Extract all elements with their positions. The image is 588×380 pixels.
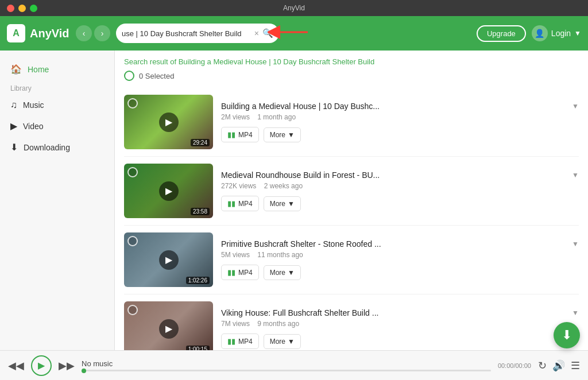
video-info-1: Medieval Roundhouse Build in Forest - BU… — [221, 170, 579, 211]
thumbnail-1[interactable]: ▶ 23:58 — [124, 164, 213, 218]
more-button-2[interactable]: More ▼ — [264, 265, 301, 280]
video-info-0: Building a Medieval House | 10 Day Bushc… — [221, 102, 579, 142]
volume-button[interactable]: 🔊 — [552, 359, 565, 372]
download-icon: ⬇ — [10, 142, 18, 153]
thumbnail-0[interactable]: ▶ 29:24 — [124, 95, 213, 149]
video-icon: ▶ — [10, 121, 17, 131]
video-meta-2: 5M views 11 months ago — [221, 251, 579, 259]
more-chevron-1: ▼ — [288, 200, 295, 208]
main-layout: 🏠 Home Library ♫ Music ▶ Video ⬇ Downloa… — [0, 51, 588, 350]
play-overlay-2[interactable]: ▶ — [159, 250, 179, 270]
more-button-3[interactable]: More ▼ — [264, 334, 301, 349]
search-input[interactable] — [122, 29, 251, 38]
content-area: Search result of Building a Medieval Hou… — [115, 51, 588, 350]
maximize-button[interactable] — [30, 5, 37, 12]
video-title-row-3: Viking House: Full Bushcraft Shelter Bui… — [221, 308, 579, 317]
mp4-label-1: MP4 — [238, 200, 253, 208]
sidebar-home-label: Home — [28, 65, 49, 74]
more-label-0: More — [270, 131, 285, 139]
sidebar-music-label: Music — [23, 100, 44, 110]
play-overlay-0[interactable]: ▶ — [159, 113, 179, 132]
mp4-icon-0: ▮▮ — [227, 130, 235, 139]
select-circle-1[interactable] — [127, 167, 138, 177]
skip-back-button[interactable]: ◀◀ — [8, 359, 24, 372]
mp4-button-2[interactable]: ▮▮ MP4 — [221, 265, 259, 280]
player-right-controls: ↻ 🔊 ☰ — [538, 359, 580, 372]
clear-search-button[interactable]: × — [254, 29, 259, 38]
age-0: 1 month ago — [257, 113, 296, 121]
thumbnail-3[interactable]: ▶ 1:00:15 — [124, 301, 213, 350]
more-chevron-0: ▼ — [288, 131, 295, 139]
expand-icon-0[interactable]: ▼ — [572, 102, 579, 110]
duration-3: 1:00:15 — [186, 346, 210, 350]
login-area[interactable]: 👤 Login ▼ — [532, 25, 581, 41]
mp4-button-1[interactable]: ▮▮ MP4 — [221, 196, 259, 211]
sidebar-item-video[interactable]: ▶ Video — [0, 115, 114, 137]
red-arrow-icon — [268, 24, 314, 41]
avatar-icon: 👤 — [532, 25, 548, 41]
sidebar-video-label: Video — [23, 122, 44, 131]
sidebar-item-downloading[interactable]: ⬇ Downloading — [0, 137, 114, 158]
mp4-label-2: MP4 — [238, 269, 253, 277]
logo-area: A AnyVid — [7, 24, 70, 42]
views-1: 272K views — [221, 182, 256, 190]
selected-row: 0 Selected — [124, 71, 579, 81]
dropdown-arrow-icon[interactable]: ▼ — [574, 29, 581, 37]
expand-icon-2[interactable]: ▼ — [572, 240, 579, 248]
duration-1: 23:58 — [191, 208, 210, 215]
select-circle-2[interactable] — [127, 236, 138, 246]
video-actions-3: ▮▮ MP4 More ▼ — [221, 334, 579, 349]
arrow-indicator — [268, 24, 314, 43]
sidebar-item-music[interactable]: ♫ Music — [0, 95, 114, 115]
video-title-0: Building a Medieval House | 10 Day Bushc… — [221, 102, 568, 111]
video-card-3: ▶ 1:00:15 Viking House: Full Bushcraft S… — [124, 294, 579, 350]
mp4-button-0[interactable]: ▮▮ MP4 — [221, 127, 259, 142]
mp4-button-3[interactable]: ▮▮ MP4 — [221, 334, 259, 349]
sidebar-item-home[interactable]: 🏠 Home — [0, 59, 114, 80]
more-button-0[interactable]: More ▼ — [264, 127, 301, 142]
select-all-circle[interactable] — [124, 71, 134, 81]
title-bar: AnyVid — [0, 0, 588, 16]
progress-bar[interactable] — [82, 370, 491, 371]
select-circle-0[interactable] — [127, 98, 138, 108]
age-2: 11 months ago — [257, 251, 303, 259]
mp4-icon-3: ▮▮ — [227, 337, 235, 346]
video-title-row-2: Primitive Bushcraft Shelter - Stone Roof… — [221, 239, 579, 249]
home-icon: 🏠 — [10, 64, 22, 75]
logo-icon: A — [7, 24, 25, 42]
more-chevron-3: ▼ — [288, 338, 295, 346]
more-button-1[interactable]: More ▼ — [264, 196, 301, 211]
video-actions-2: ▮▮ MP4 More ▼ — [221, 265, 579, 280]
skip-forward-button[interactable]: ▶▶ — [59, 359, 75, 372]
more-label-1: More — [270, 200, 285, 208]
close-button[interactable] — [7, 5, 14, 12]
play-pause-button[interactable]: ▶ — [31, 355, 52, 376]
toolbar: A AnyVid ‹ › × 🔍 Upgrade 👤 Login ▼ — [0, 16, 588, 51]
select-circle-3[interactable] — [127, 305, 138, 315]
play-overlay-1[interactable]: ▶ — [159, 181, 179, 201]
upgrade-button[interactable]: Upgrade — [477, 25, 526, 42]
fab-download-button[interactable]: ⬇ — [554, 322, 580, 348]
mp4-label-3: MP4 — [238, 338, 253, 346]
player-track-name: No music — [82, 359, 491, 368]
duration-2: 1:02:26 — [186, 277, 210, 284]
forward-button[interactable]: › — [94, 25, 110, 41]
thumbnail-2[interactable]: ▶ 1:02:26 — [124, 232, 213, 287]
back-button[interactable]: ‹ — [76, 25, 92, 41]
player-track-info: No music — [82, 359, 491, 371]
login-label: Login — [551, 29, 571, 38]
expand-icon-1[interactable]: ▼ — [572, 171, 579, 179]
sidebar: 🏠 Home Library ♫ Music ▶ Video ⬇ Downloa… — [0, 51, 115, 350]
repeat-button[interactable]: ↻ — [538, 359, 547, 372]
play-overlay-3[interactable]: ▶ — [159, 319, 179, 339]
video-title-row-0: Building a Medieval House | 10 Day Bushc… — [221, 102, 579, 111]
expand-icon-3[interactable]: ▼ — [572, 309, 579, 317]
progress-dot — [82, 369, 86, 373]
more-label-3: More — [270, 338, 285, 346]
minimize-button[interactable] — [18, 5, 26, 12]
views-2: 5M views — [221, 251, 250, 259]
player-bar: ◀◀ ▶ ▶▶ No music 00:00/00:00 ↻ 🔊 ☰ — [0, 350, 588, 380]
video-title-row-1: Medieval Roundhouse Build in Forest - BU… — [221, 170, 579, 180]
queue-button[interactable]: ☰ — [571, 359, 580, 372]
mp4-icon-1: ▮▮ — [227, 199, 235, 208]
